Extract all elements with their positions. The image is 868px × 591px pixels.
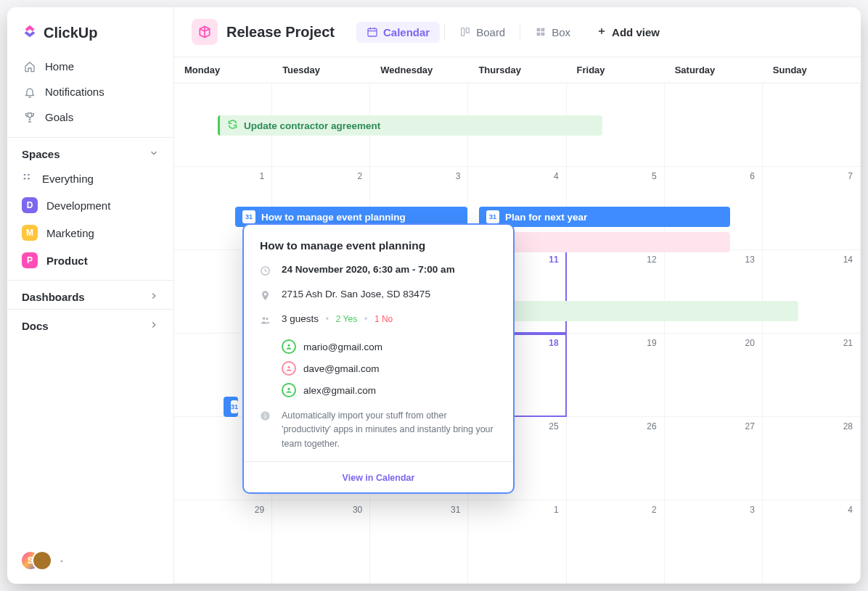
space-marketing[interactable]: M Marketing — [7, 219, 173, 247]
day-header: Monday — [174, 57, 272, 83]
guest-email: alex@gmail.com — [303, 385, 376, 396]
person-icon — [282, 339, 296, 354]
calendar-cell[interactable]: 2 — [567, 500, 665, 584]
calendar-cell[interactable]: 29 — [174, 500, 272, 584]
sync-icon — [227, 119, 238, 132]
calendar-cell[interactable] — [665, 83, 763, 167]
calendar-cell[interactable] — [763, 83, 861, 167]
guest-email: mario@gmail.com — [303, 342, 382, 352]
guest-item: dave@gmail.com — [282, 361, 382, 376]
calendar-cell[interactable]: 28 — [763, 417, 861, 500]
svg-rect-5 — [462, 28, 464, 36]
day-number: 29 — [255, 505, 264, 515]
calendar-event[interactable] — [479, 301, 798, 321]
popover-datetime: 24 November 2020, 6:30 am - 7:00 am — [282, 264, 455, 275]
day-number: 21 — [843, 338, 853, 348]
project-title: Release Project — [226, 24, 335, 41]
calendar-cell[interactable]: 19 — [567, 334, 665, 417]
chevron-down-icon — [149, 148, 159, 160]
space-label: Everything — [42, 173, 94, 185]
calendar-cell[interactable]: 4 — [763, 500, 861, 584]
day-header: Thursday — [468, 57, 566, 83]
avatar-stack: S — [20, 550, 54, 572]
dashboards-section[interactable]: Dashboards — [7, 280, 173, 309]
svg-rect-7 — [537, 28, 541, 32]
calendar-cell[interactable]: 1 — [468, 500, 566, 584]
guest-item: mario@gmail.com — [282, 339, 382, 354]
day-number: 2 — [358, 171, 363, 181]
svg-point-15 — [287, 366, 290, 368]
view-tabs: Calendar Board Box — [356, 22, 581, 43]
svg-point-19 — [265, 413, 266, 415]
guests-summary-wrap: 3 guests • 2 Yes • 1 No — [282, 313, 393, 324]
tab-label: Calendar — [383, 26, 430, 38]
guests-no: 1 No — [374, 314, 393, 324]
grid-dots-icon — [22, 172, 33, 186]
space-everything[interactable]: Everything — [7, 166, 173, 191]
tab-board[interactable]: Board — [449, 22, 515, 43]
space-badge: D — [22, 197, 38, 213]
event-label: Plan for next year — [505, 212, 587, 223]
chevron-right-icon — [149, 291, 159, 303]
svg-rect-8 — [541, 28, 545, 32]
dot: • — [326, 314, 329, 324]
person-icon — [282, 383, 296, 397]
calendar-event[interactable]: Update contractor agreement — [218, 115, 602, 136]
day-header: Saturday — [665, 57, 763, 83]
view-in-calendar-link[interactable]: View in Calendar — [343, 473, 415, 483]
space-badge: P — [22, 252, 38, 268]
brand-name: ClickUp — [44, 25, 97, 41]
calendar-cell[interactable]: 20 — [665, 334, 763, 417]
app-window: ClickUp Home Notifications Goals Spaces … — [7, 7, 861, 584]
spaces-header[interactable]: Spaces — [7, 137, 173, 166]
space-development[interactable]: D Development — [7, 191, 173, 219]
user-menu[interactable]: S — [7, 539, 173, 584]
dot: • — [364, 314, 367, 324]
calendar-cell[interactable]: 3 — [665, 500, 763, 584]
space-label: Marketing — [46, 227, 94, 239]
calendar-cell[interactable]: 7 — [763, 167, 861, 250]
day-number: 12 — [647, 255, 656, 265]
calendar-cell[interactable]: 30 — [272, 500, 370, 584]
day-number: 30 — [353, 505, 362, 515]
calendar-event[interactable] — [479, 232, 730, 252]
popover-location: 2715 Ash Dr. San Jose, SD 83475 — [282, 289, 430, 299]
svg-point-0 — [24, 174, 26, 176]
nav-label: Home — [45, 60, 74, 73]
day-header: Sunday — [763, 57, 861, 83]
nav-home[interactable]: Home — [13, 54, 168, 79]
calendar-day-header: Monday Tuesday Wednesday Thursday Friday… — [174, 57, 861, 83]
clickup-logo-icon — [22, 23, 38, 42]
calendar-cell[interactable]: 31 — [370, 500, 468, 584]
popover-description-row: Automatically import your stuff from oth… — [260, 409, 497, 451]
tab-calendar[interactable]: Calendar — [356, 22, 440, 43]
bell-icon — [23, 86, 36, 98]
docs-section[interactable]: Docs — [7, 309, 173, 338]
popover-location-row: 2715 Ash Dr. San Jose, SD 83475 — [260, 289, 497, 303]
day-number: 3 — [456, 171, 461, 181]
day-number: 5 — [652, 171, 657, 181]
space-product[interactable]: P Product — [7, 247, 173, 274]
svg-point-2 — [24, 178, 26, 180]
nav-notifications[interactable]: Notifications — [13, 79, 168, 104]
calendar-cell[interactable]: 27 — [665, 417, 763, 500]
calendar-badge-icon: 31 — [242, 210, 255, 223]
popover-guests-row: 3 guests • 2 Yes • 1 No — [260, 313, 497, 328]
calendar-icon — [367, 26, 378, 38]
svg-point-14 — [287, 344, 290, 347]
day-number: 14 — [843, 255, 853, 265]
guest-email: dave@gmail.com — [303, 363, 380, 374]
calendar-badge-icon: 31 — [231, 400, 238, 413]
day-number: 11 — [549, 255, 558, 265]
calendar-cell[interactable]: 21 — [763, 334, 861, 417]
day-number: 26 — [647, 421, 656, 431]
calendar-event[interactable]: 31Plan for next year — [479, 207, 730, 227]
calendar-cell[interactable]: 26 — [567, 417, 665, 500]
tab-box[interactable]: Box — [525, 22, 581, 43]
day-number: 4 — [554, 171, 559, 181]
calendar-event[interactable]: 31 — [224, 397, 238, 417]
trophy-icon — [23, 112, 36, 123]
add-view-button[interactable]: Add view — [597, 26, 660, 38]
nav-goals[interactable]: Goals — [13, 104, 168, 130]
brand-logo[interactable]: ClickUp — [7, 7, 173, 52]
